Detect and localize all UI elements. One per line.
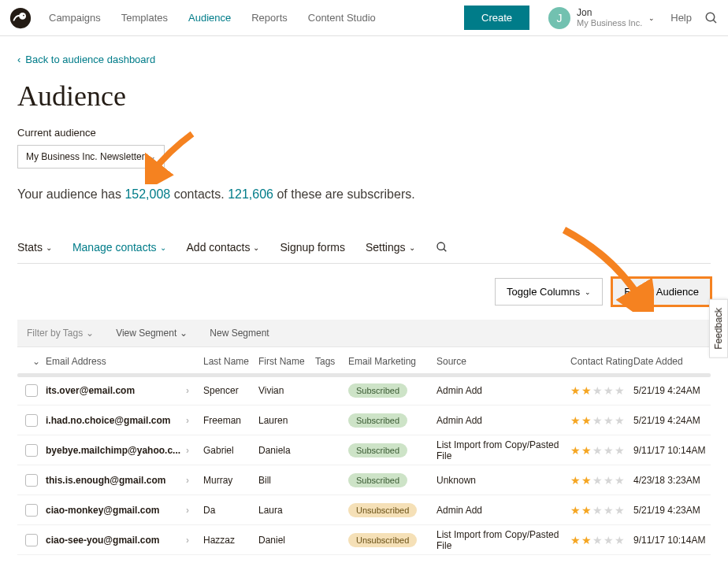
star-icon: ★ [581,474,592,487]
audience-selector[interactable]: My Business Inc. Newsletter ⌄ [17,145,165,169]
date-added: 5/21/19 4:24AM [633,385,720,396]
star-icon: ★ [570,474,581,487]
email-address: i.had.no.choice@gmail.com [46,415,170,426]
create-button[interactable]: Create [464,6,529,30]
search-icon[interactable] [704,11,719,25]
row-checkbox[interactable] [25,474,38,487]
help-link[interactable]: Help [670,12,692,24]
star-icon: ★ [570,504,581,517]
star-icon: ★ [581,414,592,427]
status-badge: Subscribed [348,383,407,398]
new-segment[interactable]: New Segment [210,328,269,339]
first-name: Laura [258,505,315,516]
col-tags[interactable]: Tags [315,356,348,367]
star-icon: ★ [570,384,581,397]
col-contact-rating[interactable]: Contact Rating [570,356,633,367]
star-icon: ★ [615,534,625,546]
row-checkbox[interactable] [25,504,38,517]
audience-subtabs: Stats ⌄ Manage contacts ⌄ Add contacts ⌄… [17,241,711,264]
email-address: ciao-monkey@gmail.com [46,505,159,516]
contact-rating: ★★★★★ [570,504,633,517]
last-name: Freeman [203,415,258,426]
chevron-right-icon: › [186,475,189,486]
filter-by-tags[interactable]: Filter by Tags ⌄ [27,328,94,339]
feedback-tab[interactable]: Feedback [709,299,728,358]
star-icon: ★ [604,414,614,427]
contact-rating: ★★★★★ [570,414,633,427]
star-icon: ★ [592,474,603,487]
subtab-add-contacts[interactable]: Add contacts ⌄ [187,241,260,254]
table-row[interactable]: ciao-see-you@gmail.com›HazzazDanielUnsub… [17,525,711,555]
star-icon: ★ [604,384,614,397]
svg-line-4 [713,20,716,23]
col-source[interactable]: Source [436,356,570,367]
email-address: this.is.enough@gmail.com [46,475,165,486]
contact-rating: ★★★★★ [570,384,633,397]
col-email[interactable]: Email Address [46,356,203,367]
first-name: Daniel [258,535,315,546]
nav-campaigns[interactable]: Campaigns [39,0,110,36]
contacts-count: 152,008 [124,187,170,201]
view-segment[interactable]: View Segment ⌄ [116,328,188,339]
first-name: Lauren [258,415,315,426]
horizontal-scrollbar[interactable] [17,373,711,377]
col-last-name[interactable]: Last Name [203,356,258,367]
subtab-signup-forms[interactable]: Signup forms [280,241,344,254]
export-audience-button[interactable]: Export Audience [612,278,711,306]
star-icon: ★ [615,414,625,427]
date-added: 9/11/17 10:14AM [633,445,720,456]
chevron-down-icon: ⌄ [46,243,52,252]
last-name: Gabriel [203,445,258,456]
subtab-manage-contacts[interactable]: Manage contacts ⌄ [72,241,166,254]
col-email-marketing[interactable]: Email Marketing [348,356,436,367]
page-title: Audience [17,80,711,113]
col-date-added[interactable]: Date Added [633,356,720,367]
nav-audience[interactable]: Audience [179,0,240,36]
star-icon: ★ [615,384,625,397]
row-checkbox[interactable] [25,444,38,457]
audience-summary: Your audience has 152,008 contacts. 121,… [17,187,711,202]
subscribers-count: 121,606 [228,187,273,201]
table-row[interactable]: its.over@email.com›SpencerVivianSubscrib… [17,376,711,406]
select-all-menu[interactable]: ⌄ [25,356,40,367]
svg-point-3 [706,13,715,21]
row-checkbox[interactable] [25,414,38,427]
row-checkbox[interactable] [25,534,38,546]
mailchimp-logo[interactable] [9,7,32,29]
chevron-down-icon: ⌄ [150,153,156,161]
chevron-down-icon: ⌄ [409,243,415,252]
user-org: My Business Inc. [577,18,642,28]
star-icon: ★ [604,444,614,457]
star-icon: ★ [604,474,614,487]
status-badge: Subscribed [348,473,407,487]
row-checkbox[interactable] [25,384,38,397]
table-actions: Toggle Columns ⌄ Export Audience [17,278,711,306]
star-icon: ★ [592,414,603,427]
star-icon: ★ [570,414,581,427]
nav-content-studio[interactable]: Content Studio [299,0,385,36]
star-icon: ★ [570,444,581,457]
table-row[interactable]: this.is.enough@gmail.com›MurrayBillSubsc… [17,465,711,495]
nav-reports[interactable]: Reports [242,0,297,36]
chevron-down-icon: ⌄ [180,328,188,339]
search-contacts-icon[interactable] [436,241,448,254]
toggle-columns-button[interactable]: Toggle Columns ⌄ [495,278,603,306]
first-name: Bill [258,475,315,486]
table-row[interactable]: byebye.mailchimp@yahoo.c...›GabrielDanie… [17,435,711,465]
table-row[interactable]: ciao-monkey@gmail.com›DaLauraUnsubscribe… [17,495,711,525]
current-audience-label: Current audience [17,127,711,139]
subtab-settings[interactable]: Settings ⌄ [366,241,415,254]
nav-templates[interactable]: Templates [112,0,177,36]
contact-rating: ★★★★★ [570,534,633,546]
star-icon: ★ [604,504,614,517]
chevron-down-icon: ⌄ [648,14,655,22]
col-first-name[interactable]: First Name [258,356,315,367]
date-added: 5/21/19 4:23AM [633,505,720,516]
status-badge: Unsubscribed [348,503,417,517]
email-address: byebye.mailchimp@yahoo.c... [46,445,180,456]
subtab-stats[interactable]: Stats ⌄ [17,241,52,254]
table-row[interactable]: i.had.no.choice@gmail.com›FreemanLaurenS… [17,406,711,435]
filter-bar: Filter by Tags ⌄ View Segment ⌄ New Segm… [17,320,711,346]
account-menu[interactable]: J Jon My Business Inc. ⌄ [548,7,655,29]
back-link[interactable]: ‹ Back to audience dashboard [17,54,155,65]
